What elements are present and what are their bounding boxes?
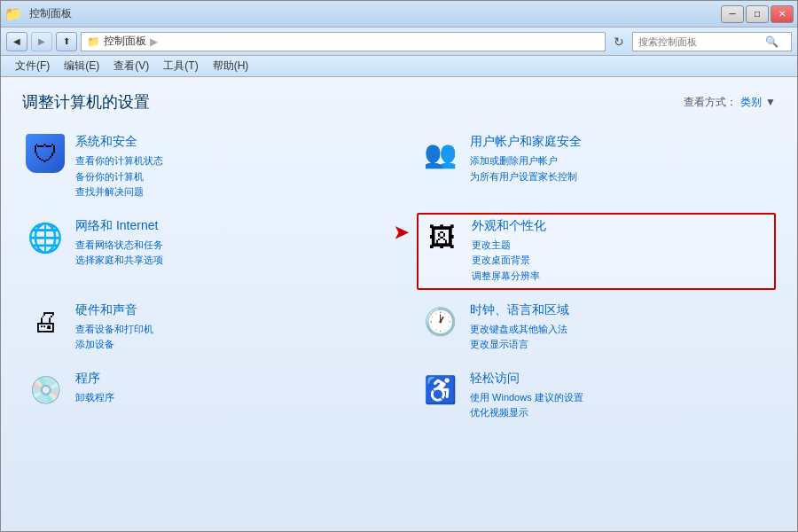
appearance-link-1[interactable]: 更改桌面背景 — [472, 253, 771, 269]
search-icon[interactable]: 🔍 — [763, 33, 780, 51]
arrow-pointer: ➤ — [394, 222, 409, 243]
programs-text: 程序 卸载程序 — [75, 371, 378, 406]
minimize-button[interactable]: ─ — [721, 5, 744, 23]
control-item-network: 网络和 Internet 查看网络状态和任务 选择家庭和共享选项 — [22, 213, 381, 290]
appearance-icon — [422, 218, 461, 257]
users-icon — [420, 134, 459, 173]
search-input[interactable] — [638, 36, 763, 47]
back-button[interactable]: ◀ — [6, 32, 27, 51]
view-arrow: ▼ — [765, 96, 776, 108]
accessibility-icon — [420, 371, 459, 410]
folder-icon: 📁 — [87, 35, 100, 48]
accessibility-text: 轻松访问 使用 Windows 建议的设置 优化视频显示 — [470, 371, 772, 421]
network-icon — [26, 218, 65, 257]
up-button[interactable]: ⬆ — [56, 32, 77, 51]
system-link-0[interactable]: 查看你的计算机状态 — [75, 153, 378, 169]
accessibility-link-1[interactable]: 优化视频显示 — [470, 405, 772, 421]
clock-icon — [420, 302, 459, 341]
hardware-title[interactable]: 硬件和声音 — [75, 302, 378, 318]
addressbar: ◀ ▶ ⬆ 📁 控制面板 ▶ ↻ 🔍 — [1, 27, 797, 56]
control-item-appearance: ➤ 外观和个性化 更改主题 更改桌面背景 调整屏幕分辨率 — [417, 213, 776, 290]
view-mode-link[interactable]: 类别 — [740, 95, 762, 110]
users-link-1[interactable]: 为所有用户设置家长控制 — [470, 169, 772, 185]
system-icon — [26, 134, 65, 173]
menu-file[interactable]: 文件(F) — [8, 57, 57, 75]
titlebar: 📁 控制面板 ─ □ ✕ — [1, 1, 797, 27]
control-item-accessibility: 轻松访问 使用 Windows 建议的设置 优化视频显示 — [417, 365, 776, 426]
accessibility-link-0[interactable]: 使用 Windows 建议的设置 — [470, 390, 772, 406]
appearance-link-2[interactable]: 调整屏幕分辨率 — [472, 269, 771, 285]
refresh-button[interactable]: ↻ — [609, 32, 629, 51]
breadcrumb-sep: ▶ — [150, 35, 158, 48]
address-box[interactable]: 📁 控制面板 ▶ — [81, 32, 606, 51]
window-icon: 📁 — [4, 5, 22, 22]
accessibility-title[interactable]: 轻松访问 — [470, 371, 772, 387]
control-item-system: 系统和安全 查看你的计算机状态 备份你的计算机 查找并解决问题 — [22, 129, 381, 206]
control-item-clock: 时钟、语言和区域 更改键盘或其他输入法 更改显示语言 — [417, 297, 776, 358]
view-mode: 查看方式： 类别 ▼ — [684, 95, 776, 110]
system-title[interactable]: 系统和安全 — [75, 134, 378, 150]
view-label: 查看方式： — [684, 95, 737, 110]
menu-edit[interactable]: 编辑(E) — [57, 57, 106, 75]
control-item-programs: 程序 卸载程序 — [22, 365, 381, 426]
menubar: 文件(F) 编辑(E) 查看(V) 工具(T) 帮助(H) — [1, 56, 797, 77]
system-link-1[interactable]: 备份你的计算机 — [75, 169, 378, 185]
page-header: 调整计算机的设置 查看方式： 类别 ▼ — [22, 91, 776, 113]
menu-help[interactable]: 帮助(H) — [206, 57, 256, 75]
control-grid: 系统和安全 查看你的计算机状态 备份你的计算机 查找并解决问题 用户帐户和家庭安… — [22, 129, 776, 426]
appearance-link-0[interactable]: 更改主题 — [472, 238, 771, 254]
main-window: 📁 控制面板 ─ □ ✕ ◀ ▶ ⬆ 📁 控制面板 ▶ ↻ 🔍 文件(F) 编辑… — [0, 0, 798, 532]
menu-view[interactable]: 查看(V) — [106, 57, 156, 75]
network-title[interactable]: 网络和 Internet — [75, 218, 378, 234]
clock-link-1[interactable]: 更改显示语言 — [470, 337, 772, 353]
control-item-hardware: 硬件和声音 查看设备和打印机 添加设备 — [22, 297, 381, 358]
address-text: 控制面板 — [104, 34, 146, 49]
search-box: 🔍 — [632, 32, 792, 51]
network-text: 网络和 Internet 查看网络状态和任务 选择家庭和共享选项 — [75, 218, 378, 269]
window-controls: ─ □ ✕ — [721, 5, 794, 23]
page-title: 调整计算机的设置 — [22, 91, 150, 113]
users-link-0[interactable]: 添加或删除用户帐户 — [470, 153, 772, 169]
window-title: 控制面板 — [29, 6, 72, 21]
appearance-title[interactable]: 外观和个性化 — [472, 218, 771, 234]
programs-link-0[interactable]: 卸载程序 — [75, 390, 378, 406]
control-item-users: 用户帐户和家庭安全 添加或删除用户帐户 为所有用户设置家长控制 — [417, 129, 776, 206]
maximize-button[interactable]: □ — [746, 5, 769, 23]
hardware-link-1[interactable]: 添加设备 — [75, 337, 378, 353]
clock-link-0[interactable]: 更改键盘或其他输入法 — [470, 322, 772, 338]
clock-text: 时钟、语言和区域 更改键盘或其他输入法 更改显示语言 — [470, 302, 772, 353]
users-text: 用户帐户和家庭安全 添加或删除用户帐户 为所有用户设置家长控制 — [470, 134, 772, 184]
users-title[interactable]: 用户帐户和家庭安全 — [470, 134, 772, 150]
programs-title[interactable]: 程序 — [75, 371, 378, 387]
hardware-text: 硬件和声音 查看设备和打印机 添加设备 — [75, 302, 378, 353]
network-link-1[interactable]: 选择家庭和共享选项 — [75, 253, 378, 269]
close-button[interactable]: ✕ — [771, 5, 794, 23]
network-link-0[interactable]: 查看网络状态和任务 — [75, 238, 378, 254]
menu-tools[interactable]: 工具(T) — [156, 57, 205, 75]
clock-title[interactable]: 时钟、语言和区域 — [470, 302, 772, 318]
system-link-2[interactable]: 查找并解决问题 — [75, 184, 378, 200]
hardware-icon — [26, 302, 65, 341]
titlebar-left: 📁 控制面板 — [4, 5, 721, 22]
programs-icon — [26, 371, 65, 410]
system-text: 系统和安全 查看你的计算机状态 备份你的计算机 查找并解决问题 — [75, 134, 378, 200]
main-content: 调整计算机的设置 查看方式： 类别 ▼ 系统和安全 查看你的计算机状态 备份你的… — [1, 77, 797, 531]
forward-button[interactable]: ▶ — [31, 32, 52, 51]
appearance-text: 外观和个性化 更改主题 更改桌面背景 调整屏幕分辨率 — [472, 218, 771, 285]
hardware-link-0[interactable]: 查看设备和打印机 — [75, 322, 378, 338]
